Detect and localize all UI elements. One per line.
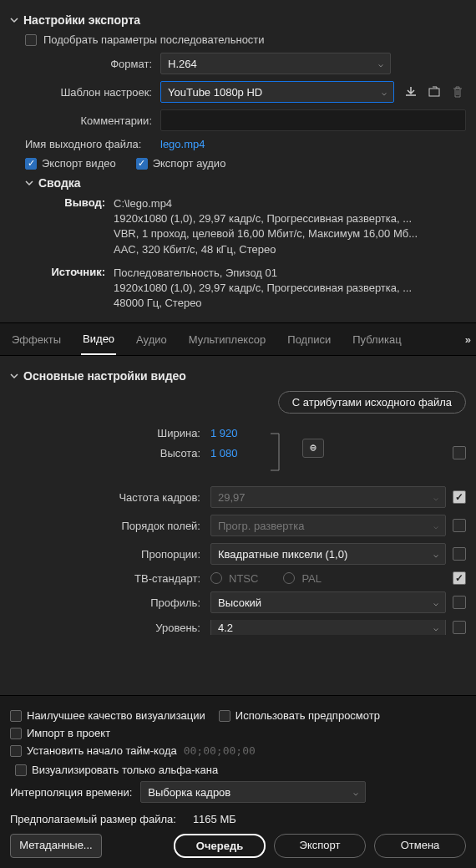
set-timecode-label: Установить начало тайм-кода xyxy=(27,744,177,757)
summary-header[interactable]: Сводка xyxy=(25,176,466,190)
time-interp-label: Интерполяция времени: xyxy=(10,786,132,799)
tab-video[interactable]: Видео xyxy=(81,324,116,355)
aspect-select[interactable]: Квадратные пиксели (1,0) ⌵ xyxy=(210,543,446,565)
ntsc-radio[interactable] xyxy=(210,572,222,584)
tab-audio[interactable]: Аудио xyxy=(134,325,169,354)
comments-label: Комментарии: xyxy=(10,114,160,127)
chevron-down-icon: ⌵ xyxy=(382,88,387,97)
field-order-label: Порядок полей: xyxy=(10,520,210,532)
video-settings-header[interactable]: Основные настройки видео xyxy=(10,369,466,383)
tab-publish[interactable]: Публикац xyxy=(351,325,403,354)
aspect-label: Пропорции: xyxy=(10,548,210,561)
tab-effects[interactable]: Эффекты xyxy=(10,325,63,354)
height-label: Высота: xyxy=(10,447,210,459)
export-settings-title: Настройки экспорта xyxy=(23,13,140,27)
more-tabs-icon[interactable]: » xyxy=(465,333,471,346)
chevron-down-icon xyxy=(10,16,18,24)
export-audio-label: Экспорт аудио xyxy=(153,157,226,170)
chevron-down-icon: ⌵ xyxy=(433,521,438,530)
use-preview-checkbox[interactable] xyxy=(219,710,230,722)
import-preset-icon[interactable] xyxy=(426,84,443,100)
output-name-label: Имя выходного файла: xyxy=(10,138,160,150)
pal-radio[interactable] xyxy=(283,572,295,584)
dimensions-lock-checkbox[interactable] xyxy=(453,446,466,459)
alpha-only-checkbox[interactable] xyxy=(15,764,27,776)
tab-muxer[interactable]: Мультиплексор xyxy=(187,325,268,354)
set-timecode-checkbox[interactable] xyxy=(10,745,22,757)
width-label: Ширина: xyxy=(10,427,210,439)
fps-select[interactable]: 29,97 ⌵ xyxy=(210,486,446,508)
best-quality-checkbox[interactable] xyxy=(10,710,22,722)
height-value[interactable]: 1 080 xyxy=(210,447,238,459)
chevron-down-icon: ⌵ xyxy=(353,788,358,797)
match-sequence-label: Подобрать параметры последовательности xyxy=(43,33,265,46)
summary-output-body: C:\lego.mp4 1920x1080 (1,0), 29,97 кадр/… xyxy=(114,196,466,257)
summary-output-label: Вывод: xyxy=(17,196,114,209)
best-quality-label: Наилучшее качество визуализации xyxy=(27,709,205,722)
time-interp-select[interactable]: Выборка кадров ⌵ xyxy=(140,781,366,803)
svg-rect-0 xyxy=(429,89,439,96)
video-settings-title: Основные настройки видео xyxy=(23,369,186,383)
profile-select[interactable]: Высокий ⌵ xyxy=(210,591,446,613)
tv-standard-label: ТВ-стандарт: xyxy=(10,572,210,585)
chevron-down-icon: ⌵ xyxy=(433,623,438,632)
fps-lock-checkbox[interactable] xyxy=(453,490,466,504)
timecode-value[interactable]: 00;00;00;00 xyxy=(184,744,256,757)
chevron-down-icon: ⌵ xyxy=(433,550,438,559)
est-size-label: Предполагаемый размер файла: xyxy=(10,813,176,825)
alpha-only-label: Визуализировать только альфа-кана xyxy=(32,764,218,776)
level-lock-checkbox[interactable] xyxy=(453,621,466,634)
cancel-button[interactable]: Отмена xyxy=(374,834,466,858)
width-value[interactable]: 1 920 xyxy=(210,427,238,439)
summary-source-label: Источник: xyxy=(17,266,114,278)
tabs-bar: Эффекты Видео Аудио Мультиплексор Подпис… xyxy=(0,322,476,356)
preset-select[interactable]: YouTube 1080p HD ⌵ xyxy=(160,81,394,103)
summary-source-body: Последовательность, Эпизод 01 1920x1080 … xyxy=(114,266,466,312)
chevron-down-icon: ⌵ xyxy=(378,59,383,69)
format-value: H.264 xyxy=(168,58,197,70)
chevron-down-icon xyxy=(10,372,18,380)
summary-title: Сводка xyxy=(38,176,81,190)
use-preview-label: Использовать предпросмотр xyxy=(235,709,380,722)
delete-preset-icon[interactable] xyxy=(449,84,466,100)
output-name-link[interactable]: lego.mp4 xyxy=(160,138,205,150)
fps-label: Частота кадров: xyxy=(10,491,210,504)
format-select[interactable]: H.264 ⌵ xyxy=(160,53,391,74)
comments-input[interactable] xyxy=(160,109,466,131)
link-bracket-icon xyxy=(269,427,286,477)
import-project-checkbox[interactable] xyxy=(10,728,22,739)
export-settings-header[interactable]: Настройки экспорта xyxy=(10,13,466,27)
field-order-select[interactable]: Прогр. развертка ⌵ xyxy=(210,515,446,536)
save-preset-icon[interactable] xyxy=(403,84,419,100)
match-sequence-checkbox[interactable] xyxy=(25,34,37,46)
chevron-down-icon: ⌵ xyxy=(433,493,438,502)
level-select[interactable]: 4.2 ⌵ xyxy=(210,620,446,635)
queue-button[interactable]: Очередь xyxy=(174,834,266,858)
profile-lock-checkbox[interactable] xyxy=(453,596,466,609)
profile-label: Профиль: xyxy=(10,596,210,609)
chevron-down-icon: ⌵ xyxy=(433,598,438,607)
match-source-button[interactable]: С атрибутами исходного файла xyxy=(278,391,466,414)
pal-label: PAL xyxy=(301,572,322,585)
ntsc-label: NTSC xyxy=(229,572,258,585)
tab-captions[interactable]: Подписи xyxy=(286,325,332,354)
tv-standard-lock-checkbox[interactable] xyxy=(453,571,466,585)
export-audio-checkbox[interactable] xyxy=(136,158,148,170)
field-order-lock-checkbox[interactable] xyxy=(453,519,466,532)
aspect-lock-checkbox[interactable] xyxy=(453,547,466,561)
import-project-label: Импорт в проект xyxy=(27,727,110,739)
format-label: Формат: xyxy=(10,58,160,70)
metadata-button[interactable]: Метаданные... xyxy=(10,834,102,858)
chevron-down-icon xyxy=(25,179,33,187)
preset-label: Шаблон настроек: xyxy=(10,86,160,99)
link-dimensions-icon[interactable] xyxy=(302,439,324,458)
level-label: Уровень: xyxy=(10,622,210,634)
export-video-checkbox[interactable] xyxy=(25,158,37,170)
preset-value: YouTube 1080p HD xyxy=(168,86,262,99)
est-size-value: 1165 МБ xyxy=(193,813,236,825)
export-video-label: Экспорт видео xyxy=(42,157,116,170)
export-button[interactable]: Экспорт xyxy=(274,834,366,858)
